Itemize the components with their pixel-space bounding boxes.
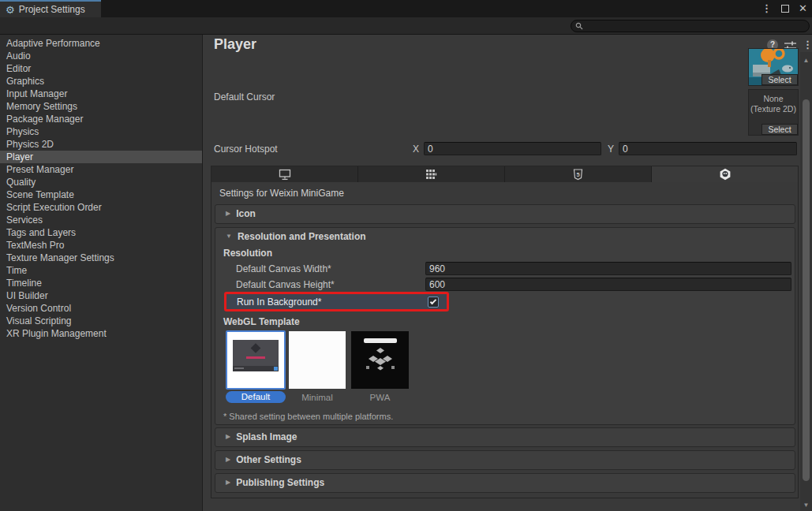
- resolution-presentation-foldout[interactable]: ▼ Resolution and Presentation: [215, 228, 795, 245]
- sidebar-item-texture-manager-settings[interactable]: Texture Manager Settings: [0, 252, 202, 264]
- default-canvas-width-label: Default Canvas Width*: [236, 263, 331, 274]
- progress-bar-graphic: [246, 356, 265, 359]
- checkmark-icon: [430, 297, 436, 304]
- webgl-template-label: WebGL Template: [223, 316, 300, 327]
- svg-text:5: 5: [576, 170, 579, 177]
- cursor-texture-select-button[interactable]: Select: [761, 74, 798, 85]
- sidebar-item-tags-and-layers[interactable]: Tags and Layers: [0, 226, 202, 239]
- chevron-right-icon: ▶: [226, 434, 230, 440]
- window-controls: ⋮ ✕: [761, 0, 807, 17]
- window-titlebar: ⚙ Project Settings ⋮ ✕: [0, 0, 812, 17]
- pwa-titlebar-graphic: [364, 338, 397, 343]
- sidebar-item-player[interactable]: Player: [0, 151, 202, 163]
- cursor-hotspot-label: Cursor Hotspot: [214, 144, 278, 155]
- sidebar-item-services[interactable]: Services: [0, 214, 202, 226]
- webgl-template-pwa-card[interactable]: [351, 331, 409, 389]
- window-maximize-icon[interactable]: [781, 5, 789, 13]
- sidebar-item-ui-builder[interactable]: UI Builder: [0, 289, 202, 302]
- chevron-right-icon: ▶: [226, 479, 230, 486]
- default-canvas-height-field[interactable]: [425, 278, 791, 291]
- other-settings-foldout[interactable]: ▶ Other Settings: [215, 450, 795, 470]
- run-in-background-checkbox[interactable]: [428, 297, 439, 308]
- search-icon: [575, 22, 583, 30]
- scroll-down-icon[interactable]: ▼: [800, 502, 812, 509]
- default-cursor-label: Default Cursor: [214, 91, 275, 103]
- webgl-template-default-card[interactable]: [226, 330, 286, 390]
- publishing-settings-label: Publishing Settings: [236, 477, 324, 488]
- sidebar-item-xr-plugin-management[interactable]: XR Plugin Management: [0, 327, 202, 340]
- window-menu-icon[interactable]: ⋮: [761, 4, 772, 13]
- sidebar-item-textmesh-pro[interactable]: TextMesh Pro: [0, 239, 202, 252]
- webgl-html5-icon: 5: [573, 169, 583, 181]
- window-close-icon[interactable]: ✕: [799, 4, 807, 13]
- annotation-highlight: Run In Background*: [224, 292, 449, 311]
- sidebar-item-physics-2d[interactable]: Physics 2D: [0, 138, 202, 151]
- search-box[interactable]: [571, 20, 810, 32]
- template-pwa-label[interactable]: PWA: [351, 393, 409, 402]
- platform-tab-dedicated-server[interactable]: [358, 166, 505, 182]
- resolution-group-label: Resolution: [223, 248, 272, 259]
- chevron-right-icon: ▶: [226, 457, 230, 463]
- sidebar-item-visual-scripting[interactable]: Visual Scripting: [0, 315, 202, 327]
- sidebar-item-scene-template[interactable]: Scene Template: [0, 188, 202, 201]
- page-title: Player: [214, 36, 256, 53]
- sidebar-item-script-execution-order[interactable]: Script Execution Order: [0, 201, 202, 214]
- sidebar-item-version-control[interactable]: Version Control: [0, 302, 202, 315]
- publishing-settings-foldout[interactable]: ▶ Publishing Settings: [215, 473, 795, 493]
- sidebar-item-memory-settings[interactable]: Memory Settings: [0, 100, 202, 113]
- texture2d-none-well[interactable]: None (Texture 2D) Select: [748, 89, 799, 136]
- scroll-up-icon[interactable]: ▲: [800, 57, 812, 64]
- sidebar-item-timeline[interactable]: Timeline: [0, 277, 202, 289]
- resolution-presentation-label: Resolution and Presentation: [238, 231, 366, 242]
- sidebar-item-input-manager[interactable]: Input Manager: [0, 88, 202, 100]
- search-input[interactable]: [583, 21, 796, 31]
- weixin-minigame-icon: [719, 168, 732, 181]
- template-minimal-label[interactable]: Minimal: [289, 393, 346, 402]
- default-cursor-texture-well[interactable]: Select: [748, 48, 799, 86]
- scrollbar-thumb[interactable]: [803, 99, 810, 481]
- dedicated-server-icon: [425, 169, 437, 180]
- other-settings-label: Other Settings: [236, 454, 301, 465]
- pwa-cubes-icon: [365, 347, 395, 374]
- pane-menu-icon[interactable]: ⋮: [803, 39, 812, 50]
- sidebar-item-preset-manager[interactable]: Preset Manager: [0, 163, 202, 176]
- default-template-preview: [233, 340, 279, 371]
- sidebar-item-graphics[interactable]: Graphics: [0, 75, 202, 88]
- sidebar-item-package-manager[interactable]: Package Manager: [0, 113, 202, 125]
- sidebar-item-editor[interactable]: Editor: [0, 62, 202, 75]
- chevron-right-icon: ▶: [226, 211, 230, 217]
- texture2d-none-label: None (Texture 2D): [749, 90, 798, 114]
- desktop-icon: [279, 169, 291, 181]
- platform-tab-webgl[interactable]: 5: [505, 166, 652, 182]
- icon-foldout-label: Icon: [236, 208, 256, 219]
- sidebar-item-adaptive-performance[interactable]: Adaptive Performance: [0, 37, 202, 50]
- template-default-selected-label[interactable]: Default: [226, 391, 286, 403]
- hotspot-x-field[interactable]: [424, 142, 601, 155]
- vertical-scrollbar[interactable]: ▲ ▼: [800, 52, 812, 511]
- sidebar-item-physics[interactable]: Physics: [0, 125, 202, 138]
- default-canvas-height-label: Default Canvas Height*: [236, 279, 335, 290]
- platform-settings-group: 5 Settings for Weixin MiniGame ▶ Icon: [211, 166, 799, 498]
- splash-image-foldout[interactable]: ▶ Splash Image: [215, 427, 795, 447]
- project-settings-tab[interactable]: ⚙ Project Settings: [0, 0, 101, 17]
- chevron-down-icon: ▼: [226, 233, 232, 240]
- platform-tabstrip: 5: [211, 166, 798, 182]
- settings-sidebar: Adaptive Performance Audio Editor Graphi…: [0, 35, 203, 511]
- platform-tab-standalone[interactable]: [211, 166, 358, 182]
- sidebar-item-audio[interactable]: Audio: [0, 50, 202, 62]
- hotspot-y-field[interactable]: [619, 142, 797, 155]
- sidebar-item-quality[interactable]: Quality: [0, 176, 202, 188]
- platform-tab-weixin-minigame[interactable]: [652, 166, 798, 182]
- splash-image-label: Splash Image: [236, 431, 297, 442]
- sidebar-item-time[interactable]: Time: [0, 264, 202, 277]
- texture2d-select-button[interactable]: Select: [761, 124, 798, 135]
- run-in-background-label: Run In Background*: [237, 297, 321, 308]
- settings-for-header: Settings for Weixin MiniGame: [219, 188, 344, 199]
- window-tab-title: Project Settings: [19, 4, 85, 15]
- unity-logo-icon: [251, 343, 261, 353]
- icon-foldout[interactable]: ▶ Icon: [215, 204, 795, 224]
- default-canvas-width-field[interactable]: [425, 262, 791, 275]
- project-settings-gear-icon: ⚙: [6, 5, 15, 15]
- webgl-template-minimal-card[interactable]: [289, 331, 346, 389]
- resolution-presentation-panel: ▼ Resolution and Presentation Resolution…: [215, 227, 795, 425]
